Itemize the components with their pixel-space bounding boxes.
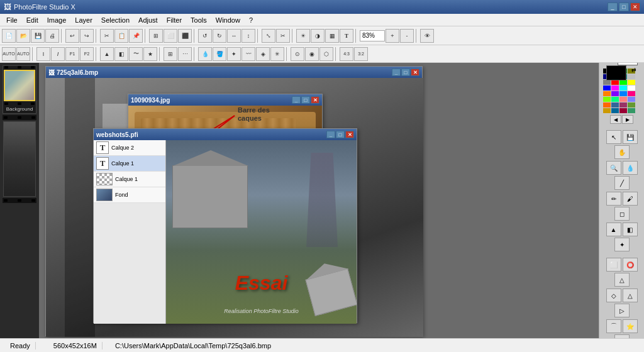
layer-row-fond[interactable]: Fond [94,187,165,203]
text-tool-tb[interactable]: T [340,29,353,43]
menu-layer[interactable]: Layer [71,15,96,25]
undo-button[interactable]: ↩ [65,29,79,43]
tb2-auto1[interactable]: AUTO [2,47,16,61]
tb2-btn3[interactable]: F1 [65,47,79,61]
color-swatch[interactable] [611,97,619,102]
hand-tool[interactable]: ✋ [614,145,630,159]
jpg-doc-titlebar[interactable]: 10090934.jpg _ □ ✕ [128,94,322,106]
select-tool[interactable]: ↖ [606,130,621,144]
scroll-right-btn[interactable]: ▶ [622,115,633,124]
poly-tool[interactable]: △ [623,289,638,302]
scroll-left-btn[interactable]: ◀ [610,115,621,124]
tb2-dots[interactable]: ⋯ [178,47,192,61]
tb2-misc3[interactable]: ⬡ [319,47,333,61]
menu-filter[interactable]: Filter [163,15,186,25]
menu-help[interactable]: ? [245,15,257,25]
layer-row-calque1b[interactable]: Calque 1 [94,172,165,187]
tb2-mountain[interactable]: ▲ [100,47,114,61]
close-button[interactable]: ✕ [630,3,640,11]
color-swatch[interactable] [611,85,619,91]
menu-window[interactable]: Window [212,15,244,25]
new-button[interactable]: 📄 [2,29,16,43]
color-swatch[interactable] [603,91,611,96]
tb2-spray[interactable]: ✦ [227,47,241,61]
color-swap-icon[interactable]: ⇄ [631,67,636,73]
gradient-tool[interactable]: ◧ [623,223,638,236]
pencil-tool[interactable]: ✏ [606,192,621,206]
lasso-tool[interactable]: ⌒ [606,319,621,333]
jpg-doc-minimize[interactable]: _ [292,96,301,104]
rotate-right[interactable]: ↻ [213,29,226,43]
filter-button[interactable]: ▦ [325,29,339,43]
tb2-smudge[interactable]: 〰 [242,47,255,61]
main-doc-minimize[interactable]: _ [392,69,401,76]
main-doc-close[interactable]: ✕ [411,69,419,76]
save-button[interactable]: 💾 [31,29,45,43]
tb2-grid[interactable]: ⊞ [164,47,177,61]
main-doc-maximize[interactable]: □ [401,69,410,76]
color-swatch[interactable] [628,80,635,85]
film-item-1[interactable]: Background [3,65,36,114]
cut-button[interactable]: ✂ [100,29,114,43]
color-swatch[interactable] [603,80,611,85]
tb2-bucket[interactable]: 🪣 [213,47,226,61]
zoom-tool[interactable]: 🔍 [606,161,621,175]
menu-tools[interactable]: Tools [187,15,211,25]
pfi-doc-minimize[interactable]: _ [326,131,335,138]
rotate-left[interactable]: ↺ [198,29,212,43]
eyedrop-tool[interactable]: 💧 [623,161,638,175]
tb2-aspect2[interactable]: 3:2 [354,47,368,61]
pfi-doc-close[interactable]: ✕ [345,131,354,138]
save-tool[interactable]: 💾 [623,130,638,144]
redo-button[interactable]: ↪ [80,29,94,43]
color-swatch[interactable] [628,91,635,96]
ellipse-tool[interactable]: ⭕ [623,258,638,272]
diamond-tool[interactable]: ◇ [606,289,621,302]
menu-image[interactable]: Image [43,15,70,25]
crop-button[interactable]: ✂ [276,29,290,43]
menu-adjust[interactable]: Adjust [135,15,162,25]
menu-selection[interactable]: Selection [97,15,133,25]
layer-row-calque1[interactable]: T Calque 1 [94,156,165,172]
color-swatch[interactable] [603,97,611,102]
stamp-tool[interactable]: ✦ [614,238,630,251]
select-all[interactable]: ⊞ [149,29,163,43]
tb2-btn2[interactable]: I [51,47,65,61]
color-swatch[interactable] [628,97,635,102]
view-btn[interactable]: 👁 [420,29,434,43]
pfi-doc-titlebar[interactable]: webshots5.pfi _ □ ✕ [94,129,357,140]
color-swatch[interactable] [611,80,619,85]
print-button[interactable]: 🖨 [45,29,59,43]
tb2-drop[interactable]: 💧 [198,47,212,61]
tb2-misc2[interactable]: ◉ [305,47,319,61]
maximize-button[interactable]: □ [619,3,629,11]
tb2-auto2[interactable]: AUTO [16,47,30,61]
magic-tool[interactable]: ⭐ [623,319,638,333]
rect-tool[interactable]: ⬜ [606,258,621,272]
tb2-aspect1[interactable]: 4:3 [340,47,353,61]
color-swatch[interactable] [611,102,619,107]
jpg-doc-maximize[interactable]: □ [301,96,310,104]
color-swatch[interactable] [619,108,627,113]
tb2-btn4[interactable]: F2 [80,47,94,61]
color-swatch[interactable] [619,85,627,91]
film-thumbnail[interactable] [4,70,35,101]
color-swatch[interactable] [628,74,635,79]
color-swatch[interactable] [603,102,611,107]
color-swatch[interactable] [628,102,635,107]
deselect[interactable]: ⬜ [164,29,177,43]
open-button[interactable]: 📂 [16,29,30,43]
color-swatch[interactable] [628,85,635,91]
color-swatch[interactable] [619,102,627,107]
color-swatch[interactable] [619,91,627,96]
color-swatch[interactable] [619,80,627,85]
menu-edit[interactable]: Edit [23,15,42,25]
color-swatch[interactable] [611,108,619,113]
copy-button[interactable]: 📋 [114,29,128,43]
brush-tool[interactable]: 🖌 [623,192,638,206]
color-swatch[interactable] [628,108,635,113]
arrow-tool[interactable]: ▷ [614,304,630,317]
color-swatch[interactable] [603,85,611,91]
zoom-out-btn[interactable]: - [400,29,414,43]
fill-tool[interactable]: ▲ [606,223,621,236]
